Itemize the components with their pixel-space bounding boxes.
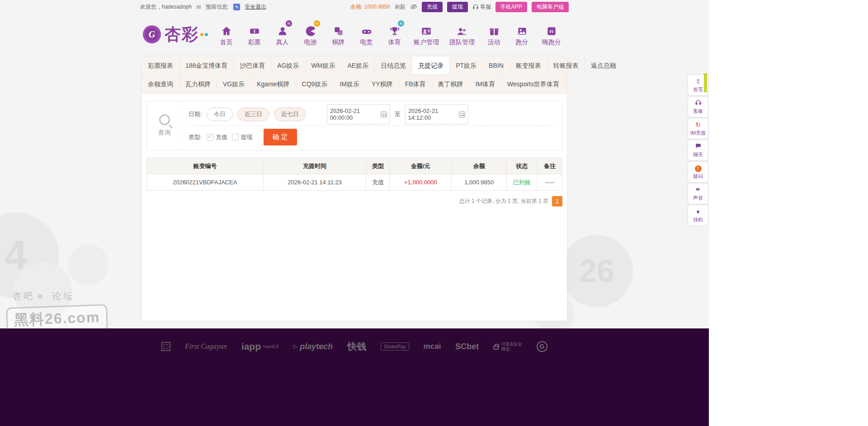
tab-yy-chess[interactable]: YY棋牌 xyxy=(366,75,399,93)
toolbar-hangup-button[interactable]: ♦ 挂机 xyxy=(688,205,708,225)
topbar: 欢迎您，hadesadoph ✉ 预留信息: ✎ 安全退出 余额: 1000.9… xyxy=(0,0,709,14)
nav-item-account[interactable]: 账户管理 xyxy=(411,23,441,47)
nav-item-home[interactable]: 首页 xyxy=(215,23,237,47)
page-1-button[interactable]: 1 xyxy=(552,196,562,206)
tab-ag[interactable]: AG娱乐 xyxy=(271,56,305,75)
calendar-icon[interactable] xyxy=(381,112,387,117)
tab-pt[interactable]: PT娱乐 xyxy=(450,56,483,75)
scrollbar-thumb[interactable] xyxy=(704,73,707,92)
nav-item-live[interactable]: N 真人 xyxy=(271,23,293,47)
tab-188-sports[interactable]: 188金宝博体育 xyxy=(179,56,234,75)
mobile-app-button[interactable]: 手机APP xyxy=(495,2,527,12)
tab-deposit-withdraw-records[interactable]: 充提记录 xyxy=(412,56,450,75)
search-icon xyxy=(159,114,170,125)
calendar-icon[interactable] xyxy=(459,112,465,117)
edit-icon[interactable]: ✎ xyxy=(233,4,240,10)
toolbar-label: 疑问 xyxy=(693,173,703,179)
tab-daily-summary[interactable]: 日结总览 xyxy=(375,56,412,75)
nav-item-paofen[interactable]: 跑分 xyxy=(511,23,533,47)
eye-slash-icon[interactable] xyxy=(410,3,417,10)
withdraw-button[interactable]: 提现 xyxy=(447,2,468,12)
swirl-decoration: ✺ xyxy=(34,293,46,300)
date-from-input[interactable]: 2026-02-21 00:00:00 xyxy=(327,104,390,124)
watermark-text-left: 杏吧 xyxy=(13,291,34,301)
tab-cq9[interactable]: CQ9娱乐 xyxy=(296,75,334,93)
quick-date-7days-button[interactable]: 近七日 xyxy=(274,108,306,121)
withdraw-checkbox[interactable]: 提现 xyxy=(232,133,253,141)
tab-saba-sports[interactable]: 沙巴体育 xyxy=(234,56,271,75)
tab-fb-sports[interactable]: FB体育 xyxy=(399,75,432,93)
cell-time: 2026-02-21 14:11:23 xyxy=(263,174,366,191)
checkbox-checked-icon[interactable] xyxy=(207,134,213,140)
tab-vg[interactable]: VG娱乐 xyxy=(217,75,251,93)
svg-text:Fi: Fi xyxy=(550,29,554,34)
tab-ae[interactable]: AE娱乐 xyxy=(341,56,375,75)
tab-lottery-report[interactable]: 彩票报表 xyxy=(142,56,179,75)
brand-name: 杏彩 xyxy=(165,23,199,46)
iapp-logo-text: iapp xyxy=(241,341,261,352)
tab-row-1: 彩票报表 188金宝博体育 沙巴体育 AG娱乐 WM娱乐 AE娱乐 日结总览 充… xyxy=(142,56,567,75)
pc-client-button[interactable]: 电脑客户端 xyxy=(532,2,569,12)
nav-item-team[interactable]: 团队管理 xyxy=(447,23,477,47)
toolbar-im-recharge-button[interactable]: ↻ IM充值 xyxy=(688,118,708,139)
records-table: 账变编号 充提时间 类型 金额/元 余额 状态 备注 20260221VBDFA… xyxy=(146,158,562,191)
tab-aoding-chess[interactable]: 奥丁棋牌 xyxy=(432,75,470,93)
sound-icon xyxy=(689,186,708,194)
nav-item-lottery[interactable]: 彩票 xyxy=(243,23,265,47)
watermark: 杏吧✺论坛 黑料26.com xyxy=(6,290,108,332)
checkbox-icon[interactable] xyxy=(232,134,239,140)
query-section: 查询 xyxy=(147,101,182,150)
tab-im-sports[interactable]: IM体育 xyxy=(470,75,502,93)
quick-date-3days-button[interactable]: 近三日 xyxy=(237,108,269,121)
first-cagayan-logo: First Cagayan xyxy=(185,342,227,351)
tab-wesports[interactable]: Wesports世界体育 xyxy=(501,75,566,93)
cell-type: 充值 xyxy=(366,174,390,191)
tab-rebate-total[interactable]: 返点总额 xyxy=(585,56,623,75)
toolbar-question-button[interactable]: ! 疑问 xyxy=(688,162,708,182)
nav-item-hi-paofen[interactable]: Fi 嗨跑分 xyxy=(539,23,564,47)
tab-wali-chess[interactable]: 瓦力棋牌 xyxy=(179,75,217,93)
grid-logo-icon xyxy=(161,342,170,351)
toolbar-label: 客服 xyxy=(693,108,703,114)
nav-label: 嗨跑分 xyxy=(539,38,564,47)
tab-im-entertainment[interactable]: IM娱乐 xyxy=(334,75,366,93)
mail-icon[interactable]: ✉ xyxy=(196,4,201,10)
query-label: 查询 xyxy=(158,129,171,137)
tab-bbin[interactable]: BBIN xyxy=(483,56,510,75)
confirm-button[interactable]: 确 定 xyxy=(264,129,297,145)
tab-kgame[interactable]: Kgame棋牌 xyxy=(251,75,296,93)
team-icon xyxy=(447,23,477,37)
service-link[interactable]: 客服 xyxy=(472,3,491,11)
toolbar-label: 聊天 xyxy=(693,152,703,157)
nav-item-egame[interactable]: H 电游 xyxy=(299,23,321,47)
chat-icon xyxy=(689,143,708,150)
nav-item-activity[interactable]: 活动 xyxy=(483,23,505,47)
balance-label: 余额: xyxy=(350,3,363,11)
col-status: 状态 xyxy=(507,158,538,174)
partner-logos: First Cagayan iapp iapp成员 ▷ playtech 快钱 … xyxy=(0,328,709,353)
tab-wm[interactable]: WM娱乐 xyxy=(306,56,342,75)
tab-balance-query[interactable]: 余额查询 xyxy=(142,75,179,93)
date-to-input[interactable]: 2026-02-21 14:12:00 xyxy=(405,104,468,124)
nav-item-esports[interactable]: 电竞 xyxy=(355,23,377,47)
globepay-logo: GlobePay xyxy=(381,342,409,351)
col-balance: 余额 xyxy=(452,158,507,174)
toolbar-service-button[interactable]: 客服 xyxy=(688,97,708,117)
brand-logo[interactable]: G 杏彩 xyxy=(142,23,208,46)
col-account-change-id: 账变编号 xyxy=(147,158,264,174)
nav-item-sports[interactable]: N 体育 xyxy=(383,23,406,47)
toolbar-sound-button[interactable]: 声音 xyxy=(688,183,708,204)
tab-account-change-report[interactable]: 账变报表 xyxy=(510,56,547,75)
balloon-decoration: 26 xyxy=(561,235,633,307)
quick-date-today-button[interactable]: 今日 xyxy=(207,108,233,121)
brand-flower-icon: G xyxy=(142,24,162,44)
refresh-link[interactable]: 刷新 xyxy=(395,3,406,11)
tab-transfer-report[interactable]: 转账报表 xyxy=(547,56,585,75)
chess-cards-icon xyxy=(327,23,349,37)
deposit-checkbox[interactable]: 充值 xyxy=(207,133,227,141)
toolbar-chat-button[interactable]: 聊天 xyxy=(688,140,708,160)
nav-item-chess[interactable]: 棋牌 xyxy=(327,23,349,47)
deposit-button[interactable]: 充值 xyxy=(422,2,443,12)
logout-link[interactable]: 安全退出 xyxy=(245,3,266,11)
nav-label: 首页 xyxy=(215,38,237,47)
